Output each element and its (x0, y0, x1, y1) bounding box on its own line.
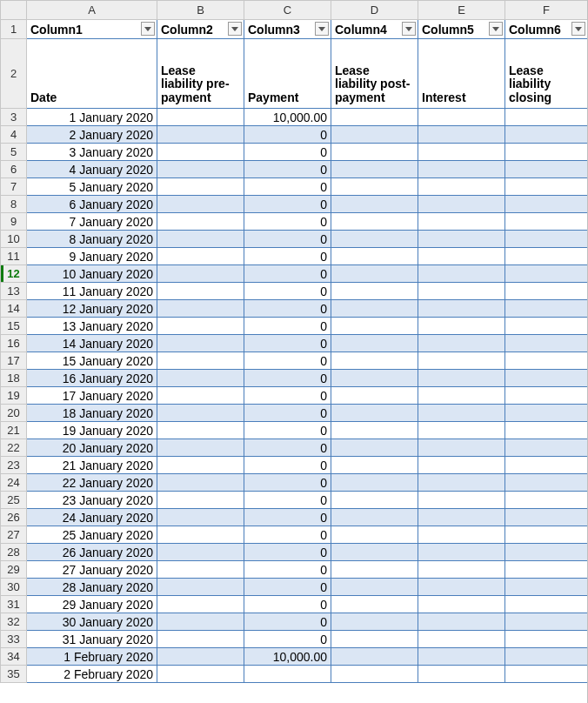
cell[interactable] (157, 526, 244, 544)
cell[interactable]: 0 (244, 126, 331, 144)
cell[interactable] (505, 213, 588, 231)
cell[interactable] (157, 544, 244, 561)
cell[interactable]: 18 January 2020 (27, 405, 157, 422)
cell[interactable] (505, 648, 588, 666)
row-header-33[interactable]: 33 (1, 631, 27, 648)
cell[interactable] (418, 161, 505, 178)
cell[interactable] (505, 283, 588, 300)
row-header-14[interactable]: 14 (1, 300, 27, 318)
row-header-19[interactable]: 19 (1, 387, 27, 405)
cell[interactable]: 13 January 2020 (27, 318, 157, 335)
cell[interactable] (418, 526, 505, 544)
col-header-C[interactable]: C (244, 1, 331, 20)
row-header-34[interactable]: 34 (1, 648, 27, 666)
cell[interactable] (331, 492, 418, 509)
cell[interactable] (505, 666, 588, 683)
cell[interactable]: 0 (244, 631, 331, 648)
row-header-32[interactable]: 32 (1, 613, 27, 631)
cell[interactable]: 0 (244, 196, 331, 213)
cell[interactable] (331, 613, 418, 631)
cell[interactable] (157, 161, 244, 178)
cell[interactable] (418, 422, 505, 439)
cell[interactable] (505, 405, 588, 422)
row-header-1[interactable]: 1 (1, 20, 27, 39)
cell[interactable] (157, 561, 244, 579)
row-header-7[interactable]: 7 (1, 178, 27, 196)
grid[interactable]: A B C D E F 1 Column1Column2Column3Colum… (0, 0, 588, 683)
row-header-6[interactable]: 6 (1, 161, 27, 178)
cell[interactable] (157, 596, 244, 613)
cell[interactable]: 19 January 2020 (27, 422, 157, 439)
cell[interactable] (418, 196, 505, 213)
cell[interactable]: 17 January 2020 (27, 387, 157, 405)
cell[interactable] (331, 561, 418, 579)
cell[interactable] (331, 422, 418, 439)
cell[interactable]: 28 January 2020 (27, 579, 157, 596)
row-header-2[interactable]: 2 (1, 39, 27, 109)
cell[interactable] (331, 300, 418, 318)
cell[interactable]: 0 (244, 457, 331, 474)
row-header-16[interactable]: 16 (1, 335, 27, 352)
cell[interactable] (505, 613, 588, 631)
cell[interactable]: 30 January 2020 (27, 613, 157, 631)
cell[interactable] (418, 213, 505, 231)
table-subheader-cell[interactable]: Interest (418, 39, 505, 109)
cell[interactable] (505, 492, 588, 509)
cell[interactable]: 0 (244, 283, 331, 300)
cell[interactable] (331, 248, 418, 265)
cell[interactable] (157, 213, 244, 231)
cell[interactable] (157, 492, 244, 509)
cell[interactable] (505, 422, 588, 439)
table-subheader-cell[interactable]: Date (27, 39, 157, 109)
cell[interactable]: 0 (244, 370, 331, 387)
cell[interactable] (505, 109, 588, 126)
cell[interactable] (331, 439, 418, 457)
cell[interactable] (157, 422, 244, 439)
table-header-cell[interactable]: Column2 (157, 20, 244, 39)
cell[interactable]: 0 (244, 474, 331, 492)
cell[interactable] (157, 318, 244, 335)
cell[interactable] (418, 387, 505, 405)
cell[interactable] (331, 666, 418, 683)
cell[interactable] (157, 178, 244, 196)
row-header-8[interactable]: 8 (1, 196, 27, 213)
cell[interactable] (157, 144, 244, 161)
cell[interactable]: 2 January 2020 (27, 126, 157, 144)
col-header-B[interactable]: B (157, 1, 244, 20)
cell[interactable] (331, 265, 418, 283)
cell[interactable] (331, 196, 418, 213)
row-header-5[interactable]: 5 (1, 144, 27, 161)
row-header-24[interactable]: 24 (1, 474, 27, 492)
cell[interactable]: 0 (244, 231, 331, 248)
cell[interactable] (331, 231, 418, 248)
cell[interactable]: 0 (244, 596, 331, 613)
cell[interactable] (157, 283, 244, 300)
cell[interactable] (418, 352, 505, 370)
col-header-D[interactable]: D (331, 1, 418, 20)
cell[interactable] (331, 283, 418, 300)
row-header-17[interactable]: 17 (1, 352, 27, 370)
cell[interactable]: 5 January 2020 (27, 178, 157, 196)
cell[interactable] (331, 526, 418, 544)
cell[interactable] (505, 474, 588, 492)
row-header-23[interactable]: 23 (1, 457, 27, 474)
cell[interactable] (157, 509, 244, 526)
cell[interactable] (418, 178, 505, 196)
cell[interactable]: 3 January 2020 (27, 144, 157, 161)
cell[interactable]: 0 (244, 352, 331, 370)
filter-dropdown-icon[interactable] (315, 22, 329, 36)
row-header-12[interactable]: 12 (1, 265, 27, 283)
row-header-10[interactable]: 10 (1, 231, 27, 248)
table-header-cell[interactable]: Column5 (418, 20, 505, 39)
cell[interactable]: 23 January 2020 (27, 492, 157, 509)
cell[interactable] (505, 126, 588, 144)
cell[interactable]: 31 January 2020 (27, 631, 157, 648)
row-header-28[interactable]: 28 (1, 544, 27, 561)
cell[interactable] (418, 579, 505, 596)
cell[interactable] (418, 457, 505, 474)
cell[interactable] (331, 631, 418, 648)
cell[interactable] (331, 109, 418, 126)
row-header-4[interactable]: 4 (1, 126, 27, 144)
cell[interactable]: 14 January 2020 (27, 335, 157, 352)
cell[interactable] (157, 579, 244, 596)
